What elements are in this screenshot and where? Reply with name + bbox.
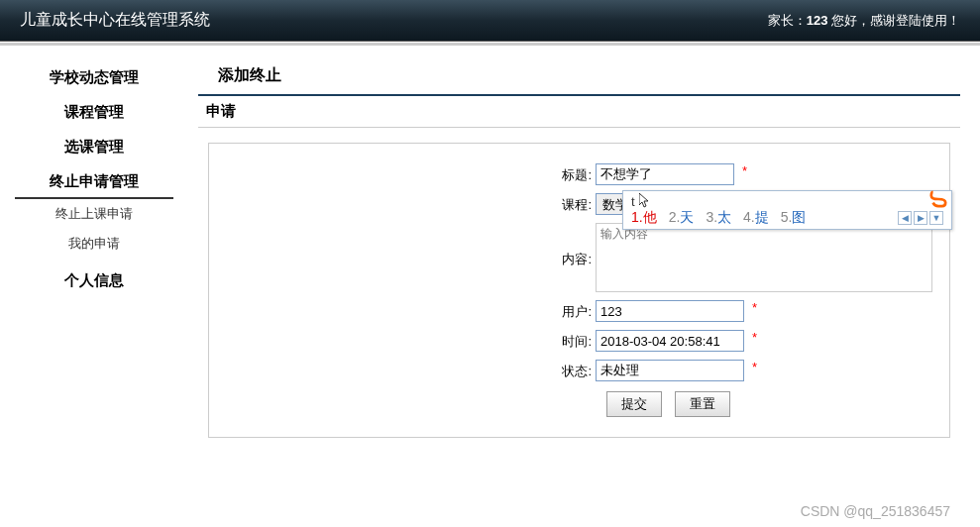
ime-candidate-2[interactable]: 2.天 xyxy=(669,209,695,227)
status-label: 状态: xyxy=(219,360,596,380)
title-input[interactable] xyxy=(596,163,734,185)
course-label: 课程: xyxy=(219,193,596,214)
required-mark: * xyxy=(752,360,757,374)
page-subtitle: 申请 xyxy=(198,94,960,128)
user-input[interactable] xyxy=(596,300,744,322)
welcome-message: 家长：123 您好，感谢登陆使用！ xyxy=(768,12,960,30)
app-title: 儿童成长中心在线管理系统 xyxy=(20,10,210,31)
submit-button[interactable]: 提交 xyxy=(606,391,662,417)
time-input[interactable] xyxy=(596,330,744,352)
required-mark: * xyxy=(742,163,747,178)
content-label: 内容: xyxy=(219,223,596,268)
content-textarea[interactable] xyxy=(596,223,932,292)
username: 123 xyxy=(807,13,828,28)
sidebar-subitem-my-apply[interactable]: 我的申请 xyxy=(0,229,188,259)
user-label: 用户: xyxy=(219,300,596,321)
content: 添加终止 申请 标题: * 课程: 数学拼搭 内容: 用户: * xyxy=(188,46,980,527)
main-container: 学校动态管理 课程管理 选课管理 终止申请管理 终止上课申请 我的申请 个人信息… xyxy=(0,46,980,527)
required-mark: * xyxy=(752,330,757,345)
header: 儿童成长中心在线管理系统 家长：123 您好，感谢登陆使用！ xyxy=(0,0,980,42)
ime-prev-button[interactable]: ◀ xyxy=(898,211,912,225)
form-row-content: 内容: xyxy=(219,223,939,292)
reset-button[interactable]: 重置 xyxy=(675,391,730,417)
time-label: 时间: xyxy=(219,330,596,351)
form-row-status: 状态: * xyxy=(219,360,939,381)
form-row-time: 时间: * xyxy=(219,330,939,352)
form-panel: 标题: * 课程: 数学拼搭 内容: 用户: * 时间: xyxy=(208,143,950,438)
ime-candidates: 1.他 2.天 3.太 4.提 5.图 ◀ ▶ ▼ xyxy=(623,209,951,231)
form-row-title: 标题: * xyxy=(219,163,939,185)
sidebar: 学校动态管理 课程管理 选课管理 终止申请管理 终止上课申请 我的申请 个人信息 xyxy=(0,46,188,527)
sidebar-subitem-terminate-apply[interactable]: 终止上课申请 xyxy=(0,199,188,229)
ime-popup: t 1.他 2.天 3.太 4.提 5.图 ◀ ▶ ▼ xyxy=(622,190,952,230)
page-title: 添加终止 xyxy=(198,57,960,94)
ime-input-area: t xyxy=(623,191,951,209)
watermark: CSDN @qq_251836457 xyxy=(801,503,950,519)
title-label: 标题: xyxy=(219,163,596,184)
sidebar-item-personal[interactable]: 个人信息 xyxy=(0,264,188,298)
ime-candidate-5[interactable]: 5.图 xyxy=(781,209,807,227)
ime-candidate-3[interactable]: 3.太 xyxy=(706,209,731,227)
sidebar-item-course[interactable]: 课程管理 xyxy=(0,95,188,130)
ime-typed-text: t xyxy=(631,194,635,209)
ime-nav: ◀ ▶ ▼ xyxy=(898,211,943,225)
cursor-arrow-icon xyxy=(639,193,651,209)
sidebar-item-select[interactable]: 选课管理 xyxy=(0,130,188,164)
sidebar-item-school[interactable]: 学校动态管理 xyxy=(0,60,188,95)
form-row-user: 用户: * xyxy=(219,300,939,322)
ime-down-button[interactable]: ▼ xyxy=(929,211,943,225)
ime-candidate-1[interactable]: 1.他 xyxy=(631,209,657,227)
sidebar-item-terminate[interactable]: 终止申请管理 xyxy=(15,164,173,199)
ime-candidate-4[interactable]: 4.提 xyxy=(743,209,769,227)
ime-next-button[interactable]: ▶ xyxy=(914,211,927,225)
status-input[interactable] xyxy=(596,360,744,381)
form-buttons: 提交 重置 xyxy=(219,391,939,417)
required-mark: * xyxy=(752,300,757,315)
